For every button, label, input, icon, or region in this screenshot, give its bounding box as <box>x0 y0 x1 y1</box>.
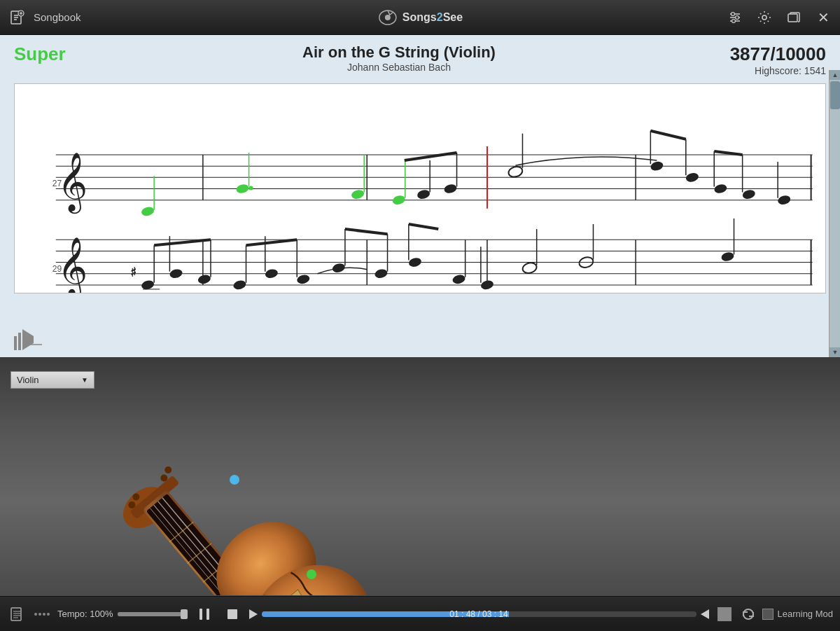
score-points: 3877/10000 <box>700 43 826 65</box>
svg-rect-134 <box>206 609 209 620</box>
svg-point-82 <box>296 274 311 285</box>
app-name: Songs2See <box>402 11 463 24</box>
titlebar: Songbook Songs2See <box>0 0 840 35</box>
svg-point-14 <box>732 19 736 22</box>
progress-section: 01 : 48 / 03 : 14 <box>249 609 709 619</box>
svg-marker-107 <box>22 329 34 350</box>
violin-area: Violin ▼ <box>0 357 840 596</box>
scroll-down-arrow[interactable]: ▼ <box>830 347 840 357</box>
violin-svg <box>98 357 623 595</box>
music-notation: 𝄞 27 <box>15 84 825 293</box>
volume-indicator <box>14 329 42 350</box>
svg-point-44 <box>507 165 524 179</box>
svg-rect-105 <box>14 336 17 350</box>
restore-button[interactable] <box>784 8 804 27</box>
seek-back-button[interactable] <box>249 609 258 619</box>
mixer-button[interactable] <box>725 8 745 27</box>
svg-text:𝄞: 𝄞 <box>57 153 88 214</box>
finger-dot-green <box>307 569 316 579</box>
svg-point-94 <box>480 279 495 291</box>
svg-line-57 <box>714 151 742 155</box>
svg-point-15 <box>762 15 766 20</box>
svg-line-96 <box>409 224 438 229</box>
tempo-slider[interactable] <box>118 612 188 616</box>
loop-button[interactable] <box>738 604 758 624</box>
svg-rect-128 <box>11 608 21 620</box>
sheet-music: 𝄞 27 <box>14 83 826 293</box>
svg-line-77 <box>154 240 211 245</box>
svg-point-8 <box>385 15 391 20</box>
score-scrollbar[interactable]: ▲ ▼ <box>829 70 840 357</box>
app-logo-icon <box>377 8 398 27</box>
svg-rect-133 <box>200 609 202 620</box>
svg-rect-106 <box>18 333 21 350</box>
feedback-label: Super <box>14 43 98 65</box>
svg-point-54 <box>777 194 792 205</box>
svg-point-85 <box>331 262 346 273</box>
close-button[interactable]: ✕ <box>813 8 833 27</box>
metronome-button[interactable] <box>32 604 52 624</box>
learning-mod-label: Learning Mod <box>778 609 834 619</box>
learning-mod-checkbox[interactable] <box>762 609 774 620</box>
svg-point-41 <box>443 183 458 194</box>
progress-bar[interactable]: 01 : 48 / 03 : 14 <box>262 611 696 617</box>
tempo-slider-thumb[interactable] <box>181 609 188 619</box>
instrument-label: Violin <box>17 375 39 385</box>
seek-forward-button[interactable] <box>701 609 709 619</box>
composer-name: Johann Sebastian Bach <box>302 62 496 73</box>
instrument-dropdown[interactable]: Violin ▼ <box>10 371 94 389</box>
song-info: Air on the G String (Violin) Johann Seba… <box>302 43 496 73</box>
svg-point-97 <box>522 261 538 275</box>
svg-point-12 <box>732 12 735 15</box>
instrument-selector: Violin ▼ <box>10 371 94 389</box>
svg-text:27: 27 <box>52 179 62 188</box>
titlebar-center: Songs2See <box>377 8 463 27</box>
svg-line-84 <box>246 240 297 245</box>
svg-point-92 <box>451 274 466 285</box>
svg-point-13 <box>736 15 739 19</box>
scroll-thumb[interactable] <box>830 81 840 109</box>
tempo-slider-fill <box>118 612 188 616</box>
bottom-toolbar: Tempo: 100% 01 : 48 / 03 : 14 <box>0 596 840 631</box>
finger-dot-blue <box>230 475 239 485</box>
svg-point-52 <box>741 188 756 200</box>
svg-point-50 <box>713 183 728 194</box>
tempo-label: Tempo: 100% <box>57 609 113 619</box>
dropdown-arrow: ▼ <box>81 376 88 384</box>
stop-button[interactable] <box>221 603 244 625</box>
settings-button[interactable] <box>755 8 774 27</box>
svg-point-48 <box>685 172 700 183</box>
titlebar-right: ✕ <box>725 8 833 27</box>
score-points-block: 3877/10000 Highscore: 1541 <box>700 43 826 76</box>
svg-rect-16 <box>788 14 797 22</box>
svg-line-91 <box>345 229 388 234</box>
tempo-section: Tempo: 100% <box>57 609 188 619</box>
song-title: Air on the G String (Violin) <box>302 43 496 62</box>
scroll-up-arrow[interactable]: ▲ <box>830 70 840 80</box>
svg-point-78 <box>232 279 247 291</box>
pause-button[interactable] <box>193 603 216 625</box>
svg-line-56 <box>650 131 686 139</box>
svg-point-75 <box>197 274 212 285</box>
stop-icon <box>718 607 732 621</box>
transport-controls: 01 : 48 / 03 : 14 <box>193 603 709 625</box>
highscore-display: Highscore: 1541 <box>700 65 826 76</box>
svg-point-73 <box>169 268 183 279</box>
svg-point-30 <box>141 206 155 217</box>
stop-square-button[interactable] <box>715 604 734 624</box>
progress-fill <box>262 611 510 617</box>
titlebar-left: Songbook <box>7 8 81 27</box>
violin-image <box>98 357 623 595</box>
svg-point-35 <box>351 188 365 200</box>
add-song-icon[interactable] <box>7 8 27 27</box>
mode-controls: Learning Mod <box>715 604 834 624</box>
svg-point-46 <box>650 160 664 172</box>
score-header: Super Air on the G String (Violin) Johan… <box>0 35 840 81</box>
sheet-view-button[interactable] <box>7 604 27 624</box>
svg-point-37 <box>391 194 406 205</box>
svg-text:♯: ♯ <box>130 265 136 279</box>
svg-line-43 <box>405 153 457 160</box>
score-area: Super Air on the G String (Violin) Johan… <box>0 35 840 357</box>
svg-text:𝄞: 𝄞 <box>57 237 88 293</box>
svg-point-80 <box>265 268 279 279</box>
